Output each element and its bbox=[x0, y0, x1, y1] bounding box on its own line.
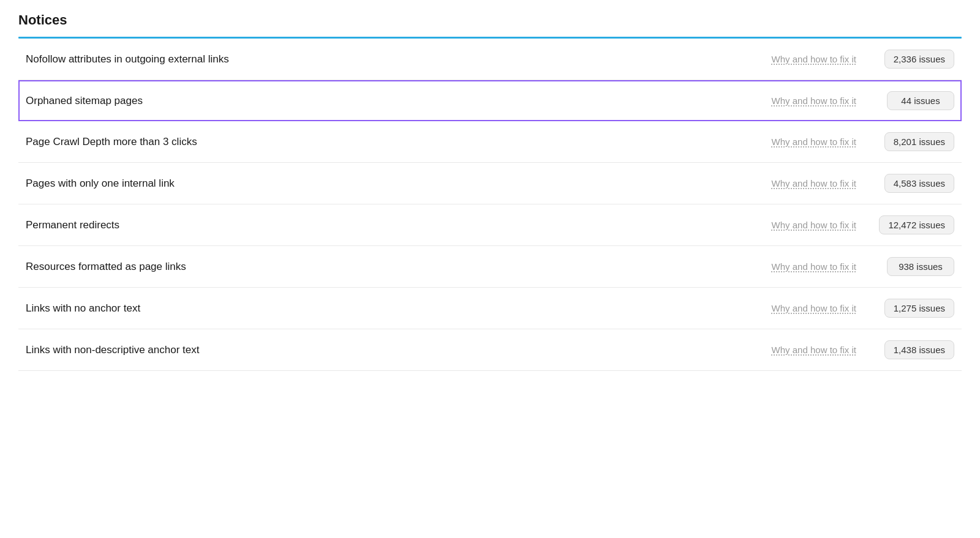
issue-badge[interactable]: 4,583 issues bbox=[884, 174, 954, 193]
why-fix-link[interactable]: Why and how to fix it bbox=[772, 54, 856, 64]
why-link-cell: Why and how to fix it bbox=[692, 204, 864, 246]
issue-badge[interactable]: 938 issues bbox=[887, 257, 954, 276]
issue-badge[interactable]: 44 issues bbox=[887, 91, 954, 110]
page-title: Notices bbox=[18, 12, 962, 28]
table-row: Resources formatted as page linksWhy and… bbox=[18, 246, 962, 288]
issue-name-cell: Permanent redirects bbox=[18, 204, 692, 246]
why-link-cell: Why and how to fix it bbox=[692, 288, 864, 329]
issue-badge[interactable]: 2,336 issues bbox=[884, 50, 954, 69]
issue-count-cell: 12,472 issues bbox=[864, 204, 962, 246]
issue-count-cell: 938 issues bbox=[864, 246, 962, 288]
why-fix-link[interactable]: Why and how to fix it bbox=[772, 178, 856, 189]
issue-count-cell: 4,583 issues bbox=[864, 163, 962, 204]
table-row: Nofollow attributes in outgoing external… bbox=[18, 39, 962, 80]
table-row: Page Crawl Depth more than 3 clicksWhy a… bbox=[18, 121, 962, 163]
why-link-cell: Why and how to fix it bbox=[692, 163, 864, 204]
table-row: Permanent redirectsWhy and how to fix it… bbox=[18, 204, 962, 246]
issue-name: Links with no anchor text bbox=[26, 302, 140, 314]
issue-name-cell: Page Crawl Depth more than 3 clicks bbox=[18, 121, 692, 163]
issue-name-cell: Links with non-descriptive anchor text bbox=[18, 329, 692, 371]
table-row: Orphaned sitemap pagesWhy and how to fix… bbox=[18, 80, 962, 122]
issue-count-cell: 1,275 issues bbox=[864, 288, 962, 329]
issue-name-cell: Resources formatted as page links bbox=[18, 246, 692, 288]
why-fix-link[interactable]: Why and how to fix it bbox=[772, 261, 856, 272]
why-fix-link[interactable]: Why and how to fix it bbox=[772, 136, 856, 147]
issue-badge[interactable]: 1,438 issues bbox=[884, 340, 954, 359]
issue-badge[interactable]: 1,275 issues bbox=[884, 299, 954, 318]
issue-count-cell: 44 issues bbox=[864, 80, 962, 122]
why-link-cell: Why and how to fix it bbox=[692, 121, 864, 163]
issue-name-cell: Orphaned sitemap pages bbox=[18, 80, 692, 122]
issue-name: Pages with only one internal link bbox=[26, 177, 175, 189]
issue-name-cell: Pages with only one internal link bbox=[18, 163, 692, 204]
why-fix-link[interactable]: Why and how to fix it bbox=[772, 95, 856, 106]
table-row: Links with non-descriptive anchor textWh… bbox=[18, 329, 962, 371]
why-link-cell: Why and how to fix it bbox=[692, 246, 864, 288]
issue-name-cell: Links with no anchor text bbox=[18, 288, 692, 329]
issue-name-cell: Nofollow attributes in outgoing external… bbox=[18, 39, 692, 80]
issue-count-cell: 8,201 issues bbox=[864, 121, 962, 163]
why-link-cell: Why and how to fix it bbox=[692, 80, 864, 122]
issue-name: Nofollow attributes in outgoing external… bbox=[26, 53, 229, 65]
why-link-cell: Why and how to fix it bbox=[692, 39, 864, 80]
notices-table: Nofollow attributes in outgoing external… bbox=[18, 39, 962, 371]
issue-name: Orphaned sitemap pages bbox=[26, 95, 143, 106]
table-row: Pages with only one internal linkWhy and… bbox=[18, 163, 962, 204]
issue-count-cell: 1,438 issues bbox=[864, 329, 962, 371]
why-fix-link[interactable]: Why and how to fix it bbox=[772, 220, 856, 230]
table-row: Links with no anchor textWhy and how to … bbox=[18, 288, 962, 329]
why-fix-link[interactable]: Why and how to fix it bbox=[772, 303, 856, 313]
why-fix-link[interactable]: Why and how to fix it bbox=[772, 345, 856, 355]
issue-badge[interactable]: 12,472 issues bbox=[879, 215, 954, 234]
why-link-cell: Why and how to fix it bbox=[692, 329, 864, 371]
issue-name: Permanent redirects bbox=[26, 219, 119, 231]
issue-badge[interactable]: 8,201 issues bbox=[884, 132, 954, 151]
issue-name: Page Crawl Depth more than 3 clicks bbox=[26, 136, 197, 148]
issue-count-cell: 2,336 issues bbox=[864, 39, 962, 80]
issue-name: Links with non-descriptive anchor text bbox=[26, 344, 199, 356]
issue-name: Resources formatted as page links bbox=[26, 261, 186, 272]
